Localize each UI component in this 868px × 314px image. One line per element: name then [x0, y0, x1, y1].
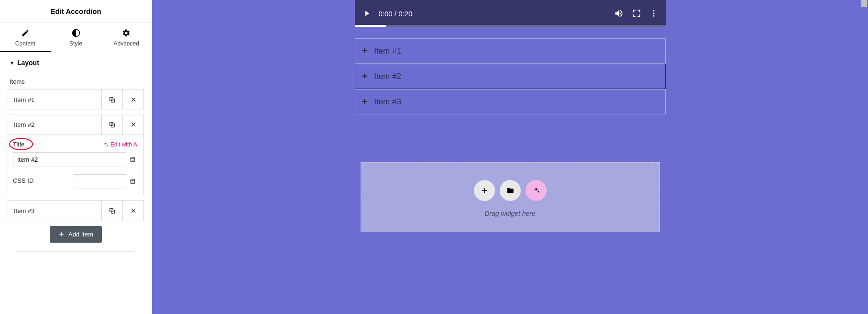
accordion-item[interactable]: + Item #2: [355, 64, 666, 89]
title-field-label: Title: [13, 141, 24, 148]
svg-point-6: [131, 179, 135, 180]
folder-icon: [506, 187, 514, 194]
tab-content[interactable]: Content: [0, 23, 51, 52]
dynamic-tags-button[interactable]: [126, 152, 139, 167]
title-input[interactable]: [13, 152, 126, 167]
widget-dropzone[interactable]: Drag widget here: [361, 162, 660, 232]
sparkle-icon: [103, 142, 109, 147]
panel-title: Edit Accordion: [0, 0, 152, 23]
svg-point-11: [653, 15, 654, 17]
plus-icon: +: [362, 45, 368, 56]
item-row-label[interactable]: Item #1: [8, 90, 101, 110]
gear-icon: [122, 29, 131, 37]
database-icon: [130, 179, 136, 185]
dropzone-text: Drag widget here: [361, 210, 659, 217]
delete-button[interactable]: [122, 90, 143, 110]
svg-point-5: [131, 157, 135, 158]
database-icon: [130, 157, 136, 163]
sparkle-icon: [532, 187, 540, 194]
fullscreen-icon[interactable]: [632, 9, 641, 18]
editor-panel: Edit Accordion Content Style Advanced ▼ …: [0, 0, 152, 314]
plus-icon: [481, 187, 488, 194]
svg-point-9: [653, 10, 654, 11]
delete-button[interactable]: [122, 114, 143, 135]
section-layout-header[interactable]: ▼ Layout: [0, 52, 152, 69]
duplicate-button[interactable]: [101, 114, 122, 135]
scroll-marker[interactable]: [861, 0, 867, 7]
plus-icon: [58, 231, 65, 237]
ai-generate-button[interactable]: [526, 180, 547, 201]
cssid-label: CSS ID: [13, 177, 33, 184]
add-item-button[interactable]: Add Item: [50, 226, 102, 243]
pencil-icon: [21, 29, 30, 37]
play-icon[interactable]: [363, 9, 371, 18]
svg-point-10: [653, 13, 654, 14]
tab-advanced[interactable]: Advanced: [101, 23, 152, 52]
item-row-label[interactable]: Item #3: [8, 201, 101, 221]
delete-button[interactable]: [122, 201, 143, 221]
item-row: Item #2: [8, 114, 144, 135]
divider: [17, 251, 134, 252]
accordion-item[interactable]: + Item #3: [355, 89, 666, 114]
item-row: Item #1: [8, 89, 144, 110]
preview-canvas: 0:00 / 0:20 + Item #1 + Item #2 + Item #…: [152, 0, 868, 314]
items-label: Items: [0, 69, 152, 89]
duplicate-button[interactable]: [101, 90, 122, 110]
close-icon: [130, 121, 137, 128]
panel-tabs: Content Style Advanced: [0, 23, 152, 52]
item-row-label[interactable]: Item #2: [8, 114, 101, 135]
accordion-item-label: Item #3: [374, 97, 401, 107]
cssid-input[interactable]: [74, 174, 126, 189]
item-expanded-panel: Title Edit with AI CSS ID: [8, 135, 144, 196]
edit-with-ai-link[interactable]: Edit with AI: [103, 141, 139, 148]
volume-icon[interactable]: [614, 9, 624, 18]
items-list: Item #1 Item #2 Title: [0, 89, 152, 252]
accordion-item[interactable]: + Item #1: [355, 38, 666, 64]
tab-style[interactable]: Style: [51, 23, 101, 52]
video-time: 0:00 / 0:20: [379, 10, 413, 18]
add-widget-button[interactable]: [474, 180, 495, 201]
more-vertical-icon[interactable]: [649, 9, 658, 18]
close-icon: [130, 207, 137, 214]
video-player-controls: 0:00 / 0:20: [355, 0, 666, 27]
caret-down-icon: ▼: [10, 60, 14, 66]
accordion-item-label: Item #1: [374, 46, 401, 56]
close-icon: [130, 96, 137, 103]
contrast-icon: [72, 29, 80, 37]
accordion-widget: + Item #1 + Item #2 + Item #3: [355, 38, 666, 114]
template-library-button[interactable]: [500, 180, 521, 201]
item-row: Item #3: [8, 200, 144, 221]
accordion-item-label: Item #2: [374, 72, 401, 81]
section-layout-label: Layout: [17, 59, 39, 67]
duplicate-button[interactable]: [101, 201, 122, 221]
copy-icon: [109, 207, 116, 214]
plus-icon: +: [362, 96, 368, 107]
copy-icon: [109, 96, 116, 103]
dynamic-tags-button[interactable]: [126, 174, 139, 189]
copy-icon: [109, 121, 116, 128]
plus-icon: +: [362, 71, 368, 82]
